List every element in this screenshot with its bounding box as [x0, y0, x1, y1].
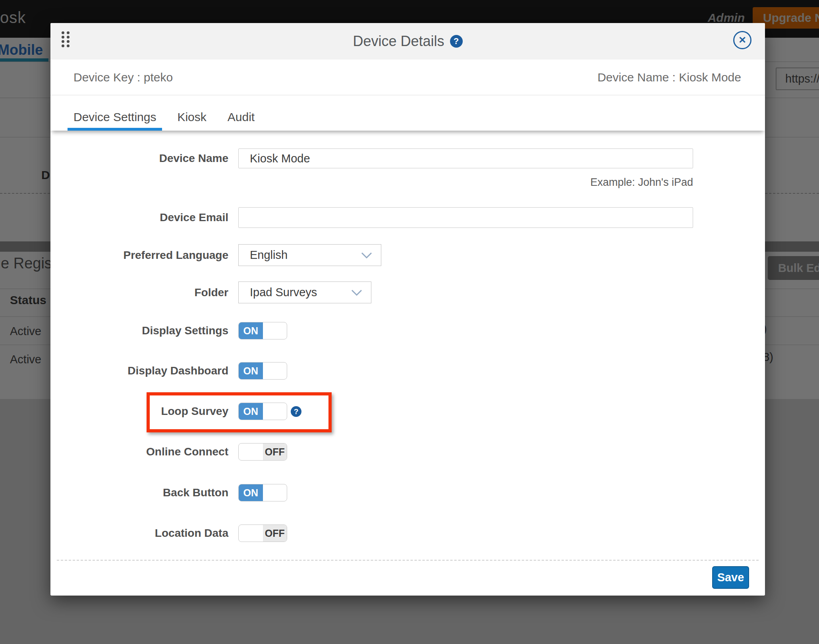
display-settings-label: Display Settings	[50, 322, 228, 339]
preferred-language-value: English	[250, 249, 288, 262]
preferred-language-row: Preferred Language English	[50, 244, 765, 266]
device-name-row: Device Name	[50, 148, 765, 168]
back-button-toggle[interactable]: ON	[238, 484, 287, 501]
chevron-down-icon	[351, 289, 362, 296]
modal-dashed-divider	[57, 560, 759, 561]
device-name-input[interactable]	[238, 148, 693, 168]
chevron-down-icon	[361, 252, 372, 259]
location-data-toggle[interactable]: OFF	[238, 524, 287, 542]
folder-select[interactable]: Ipad Surveys	[238, 282, 371, 303]
toggle-state-text: OFF	[265, 446, 285, 458]
device-name-label: Device Name	[50, 148, 228, 168]
display-settings-toggle[interactable]: ON	[238, 322, 287, 339]
device-email-label: Device Email	[50, 207, 228, 228]
online-connect-row: Online ConnectOFF	[50, 443, 765, 461]
display-dashboard-row: Display DashboardON	[50, 362, 765, 380]
toggle-state-text: ON	[243, 325, 259, 337]
save-button[interactable]: Save	[712, 566, 749, 589]
toggle-state-text: ON	[243, 365, 259, 377]
online-connect-label: Online Connect	[50, 443, 228, 461]
device-details-modal: Device Details ? ✕ Device Key : pteko De…	[50, 23, 765, 596]
display-settings-row: Display SettingsON	[50, 322, 765, 339]
device-name-hint: Example: John's iPad	[238, 176, 693, 189]
tab-audit[interactable]: Audit	[222, 110, 261, 131]
toggle-state-text: ON	[243, 406, 259, 417]
folder-value: Ipad Surveys	[250, 286, 317, 299]
toggle-state-text: ON	[243, 487, 259, 499]
loop-survey-row: Loop SurveyON?	[50, 403, 765, 420]
preferred-language-select[interactable]: English	[238, 244, 381, 266]
preferred-language-label: Preferred Language	[50, 244, 228, 266]
folder-label: Folder	[50, 282, 228, 303]
help-icon[interactable]: ?	[291, 406, 301, 417]
tab-device-settings[interactable]: Device Settings	[68, 110, 162, 131]
tab-kiosk[interactable]: Kiosk	[171, 110, 212, 131]
device-email-input[interactable]	[238, 207, 693, 228]
page: osk Admin Upgrade Now Mobile D e Registr…	[0, 0, 819, 644]
loop-survey-label: Loop Survey	[50, 403, 228, 420]
folder-row: Folder Ipad Surveys	[50, 282, 765, 303]
loop-survey-toggle[interactable]: ON	[238, 403, 287, 420]
device-email-row: Device Email	[50, 207, 765, 228]
back-button-row: Back ButtonON	[50, 484, 765, 501]
back-button-label: Back Button	[50, 484, 228, 501]
toggle-state-text: OFF	[265, 528, 285, 539]
location-data-label: Location Data	[50, 524, 228, 542]
display-dashboard-label: Display Dashboard	[50, 362, 228, 380]
online-connect-toggle[interactable]: OFF	[238, 443, 287, 461]
display-dashboard-toggle[interactable]: ON	[238, 362, 287, 380]
location-data-row: Location DataOFF	[50, 524, 765, 542]
modal-tabs: Device SettingsKioskAudit	[50, 95, 765, 131]
